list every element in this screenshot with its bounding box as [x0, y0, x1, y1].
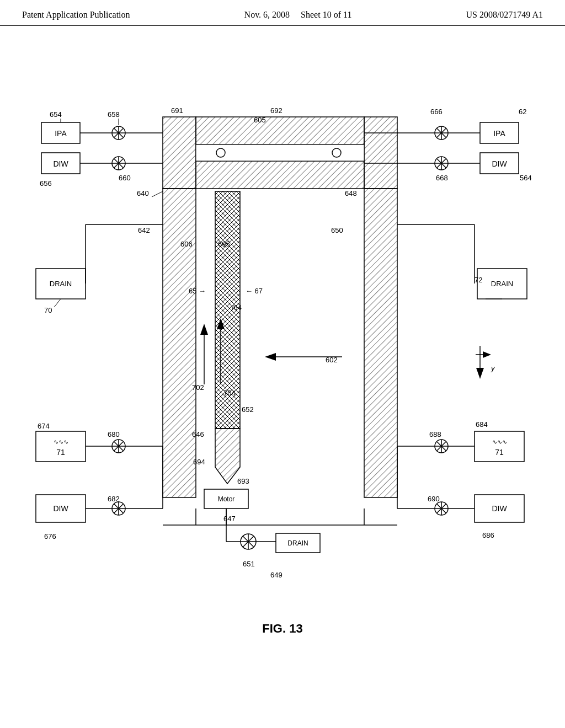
valve-690-right — [435, 502, 448, 515]
label-648: 648 — [345, 189, 357, 197]
label-642: 642 — [138, 226, 150, 234]
label-666: 666 — [430, 108, 443, 116]
label-702: 702 — [192, 383, 204, 392]
bottom-bridge — [196, 161, 364, 189]
diw-bottom-left-label: DIW — [53, 504, 68, 513]
label-695: 695 — [218, 240, 230, 248]
label-605: 605 — [254, 116, 266, 124]
label-646: 646 — [192, 430, 204, 438]
label-686: 686 — [482, 531, 494, 539]
label-674: 674 — [38, 422, 50, 430]
diw-bottom-right-label: DIW — [492, 504, 507, 513]
header-patent-number: US 2008/0271749 A1 — [466, 10, 543, 20]
label-704: 704 — [223, 389, 236, 397]
ipa-left-valve — [112, 126, 125, 140]
diw-left-label: DIW — [53, 159, 68, 168]
source-left-box — [36, 431, 86, 462]
diw-right-label: DIW — [492, 159, 507, 168]
label-72: 72 — [475, 276, 482, 284]
motor-label: Motor — [218, 495, 235, 503]
label-688: 688 — [429, 430, 441, 438]
label-64: /64 — [232, 303, 242, 312]
label-680: 680 — [108, 430, 120, 438]
valve-680-left — [112, 440, 125, 453]
label-693: 693 — [237, 477, 249, 485]
label-692: 692 — [270, 106, 282, 115]
channel-circle-right — [332, 148, 341, 157]
tick-70 — [54, 299, 61, 307]
label-654: 654 — [50, 110, 62, 119]
label-649: 649 — [270, 571, 282, 579]
y-dir-head — [483, 351, 491, 358]
label-65: 65 → — [189, 287, 206, 295]
diw-right-valve — [435, 157, 448, 170]
source-left-wavy: ∿∿∿ — [54, 438, 68, 445]
label-652: 652 — [242, 405, 254, 414]
left-main-column — [163, 189, 196, 497]
page-header: Patent Application Publication Nov. 6, 2… — [0, 0, 565, 26]
label-602: 602 — [326, 356, 338, 364]
label-684: 684 — [476, 420, 488, 429]
label-694: 694 — [193, 458, 205, 466]
label-656: 656 — [40, 179, 52, 188]
left-column-top — [163, 117, 196, 189]
label-651: 651 — [243, 560, 255, 568]
label-658: 658 — [108, 110, 120, 119]
label-660: 660 — [119, 174, 131, 182]
right-main-column — [364, 189, 397, 497]
figure-label: FIG. 13 — [262, 622, 302, 635]
arrow-602-head — [265, 353, 276, 361]
right-column-top — [364, 117, 397, 189]
ipa-right-label: IPA — [493, 129, 505, 138]
label-62: 62 — [519, 108, 526, 116]
label-647: 647 — [223, 515, 236, 523]
channel-circle-left — [216, 148, 225, 157]
source-right-wavy: ∿∿∿ — [492, 438, 507, 445]
label-70: 70 — [44, 306, 52, 314]
label-676: 676 — [44, 532, 56, 540]
source-right-label: 71 — [495, 448, 504, 457]
diw-left-valve — [112, 157, 125, 170]
label-640: 640 — [137, 189, 149, 197]
label-67: ← 67 — [246, 287, 263, 295]
label-691: 691 — [171, 106, 183, 115]
source-right-box — [475, 431, 524, 462]
label-650: 650 — [331, 226, 343, 234]
label-668: 668 — [436, 174, 448, 182]
valve-682-left — [112, 502, 125, 515]
drain-bottom-label: DRAIN — [287, 539, 308, 547]
top-bridge — [196, 117, 364, 144]
valve-651 — [241, 534, 256, 549]
ipa-right-valve — [435, 126, 448, 140]
header-publication-label: Patent Application Publication — [22, 10, 130, 20]
center-element-bottom — [215, 429, 240, 484]
label-606: 606 — [180, 240, 193, 248]
valve-688-right — [435, 440, 448, 453]
label-564: 564 — [520, 174, 532, 182]
label-682: 682 — [108, 495, 120, 503]
patent-diagram: IPA DIW IPA DIW — [0, 26, 565, 721]
label-y: y — [491, 364, 495, 372]
diagram-area: IPA DIW IPA DIW — [0, 26, 565, 721]
tick-640 — [152, 191, 163, 197]
ipa-left-label: IPA — [55, 129, 67, 138]
header-date-sheet: Nov. 6, 2008 Sheet 10 of 11 — [244, 10, 352, 20]
arrow-702-head — [200, 324, 208, 335]
drain-left-label: DRAIN — [50, 280, 72, 288]
y-arrow-head — [476, 368, 484, 379]
source-left-label: 71 — [56, 448, 65, 457]
label-690: 690 — [428, 495, 440, 503]
drain-right-label: DRAIN — [491, 280, 513, 288]
